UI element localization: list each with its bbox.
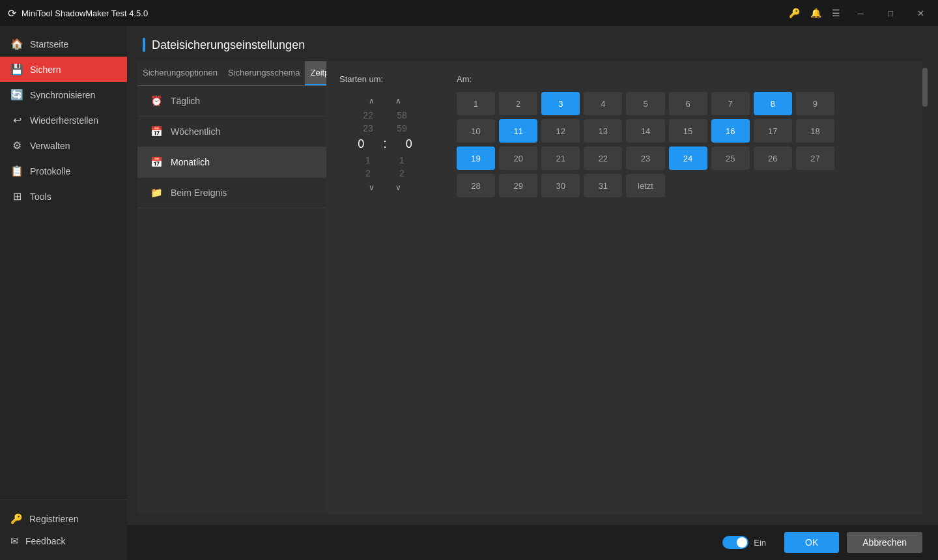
day-button-13[interactable]: 13 [584,119,622,143]
day-button-6[interactable]: 6 [669,92,707,115]
minutes-up-button[interactable]: ∧ [390,94,406,107]
minutes-below2-dim: 2 [390,168,414,178]
day-button-12[interactable]: 12 [541,119,580,143]
minutes-above2-dim: 59 [390,123,414,133]
bell-icon[interactable]: 🔔 [810,8,821,18]
day-button-29[interactable]: 29 [499,174,537,197]
schedule-type-ereignis[interactable]: 📁 Beim Ereignis [137,178,326,208]
schedule-type-monatlich[interactable]: 📅 Monatlich [137,147,326,178]
minutes-current[interactable]: 0 [397,137,421,151]
day-button-17[interactable]: 17 [754,119,792,143]
hours-above2-dim: 23 [356,123,380,133]
day-button-5[interactable]: 5 [626,92,664,115]
day-button-3[interactable]: 3 [541,92,580,115]
titlebar: ⟳ MiniTool ShadowMaker Test 4.5.0 🔑 🔔 ☰ … [0,0,938,26]
sidebar-item-verwalten[interactable]: ⚙ Verwalten [0,133,127,158]
day-button-11[interactable]: 11 [499,119,537,143]
day-button-26[interactable]: 26 [754,147,792,170]
hours-down-button[interactable]: ∨ [363,181,380,194]
dim-below-row: 1 1 [356,155,414,165]
day-button-22[interactable]: 22 [584,147,622,170]
minimize-button[interactable]: ─ [851,3,870,23]
day-button-20[interactable]: 20 [499,147,537,170]
sidebar-item-synchronisieren[interactable]: 🔄 Synchronisieren [0,82,127,107]
start-time-label: Starten um: [339,74,431,84]
hours-current[interactable]: 0 [349,137,373,151]
sidebar-item-sichern[interactable]: 💾 Sichern [0,57,127,82]
sidebar-label-verwalten: Verwalten [30,141,70,151]
day-button-8[interactable]: 8 [754,92,792,115]
menu-icon[interactable]: ☰ [832,8,840,18]
enable-toggle[interactable] [722,536,748,549]
main-layout: 🏠 Startseite 💾 Sichern 🔄 Synchronisieren… [0,26,938,560]
schedule-types-panel: Sicherungsoptionen Sicherungsschema Zeit… [137,61,326,514]
sidebar-item-startseite[interactable]: 🏠 Startseite [0,31,127,57]
calendar-month-icon: 📅 [150,156,163,168]
key-icon[interactable]: 🔑 [789,8,800,18]
close-button[interactable]: ✕ [911,3,930,23]
day-button-15[interactable]: 15 [669,119,707,143]
day-button-9[interactable]: 9 [796,92,834,115]
tab-sicherungsoptionen[interactable]: Sicherungsoptionen [137,61,223,85]
arrow-down-row: ∨ ∨ [363,181,406,194]
day-button-30[interactable]: 30 [541,174,580,197]
day-button-23[interactable]: 23 [626,147,664,170]
toggle-knob [737,537,747,548]
settings-panel: Sicherungsoptionen Sicherungsschema Zeit… [137,61,928,514]
tab-sicherungsschema[interactable]: Sicherungsschema [223,61,306,85]
ok-button[interactable]: OK [784,532,839,553]
sidebar-item-tools[interactable]: ⊞ Tools [0,184,127,209]
key-icon: 🔑 [10,513,23,525]
sidebar-label-tools: Tools [30,191,51,202]
sidebar-item-registrieren[interactable]: 🔑 Registrieren [0,508,127,530]
day-button-24[interactable]: 24 [669,147,707,170]
minutes-down-button[interactable]: ∨ [390,181,406,194]
sidebar-label-wiederherstellen: Wiederherstellen [30,115,98,126]
day-button-16[interactable]: 16 [711,119,750,143]
day-button-letzt[interactable]: letzt [626,174,664,197]
time-colon: : [383,136,387,152]
app-title: MiniTool ShadowMaker Test 4.5.0 [21,8,148,18]
hours-up-button[interactable]: ∧ [363,94,380,107]
day-button-18[interactable]: 18 [796,119,834,143]
day-button-31[interactable]: 31 [584,174,622,197]
day-button-7[interactable]: 7 [711,92,750,115]
schedule-type-taeglich[interactable]: ⏰ Täglich [137,86,326,117]
hours-below2-dim: 2 [356,168,380,178]
sidebar: 🏠 Startseite 💾 Sichern 🔄 Synchronisieren… [0,26,127,560]
day-button-27[interactable]: 27 [796,147,834,170]
log-icon: 📋 [10,165,23,177]
titlebar-controls: 🔑 🔔 ☰ ─ □ ✕ [789,3,930,23]
day-button-1[interactable]: 1 [457,92,495,115]
scrollbar[interactable] [922,61,928,514]
sidebar-item-protokolle[interactable]: 📋 Protokolle [0,158,127,184]
arrow-up-row: ∧ ∧ [363,94,406,107]
sidebar-label-protokolle: Protokolle [30,166,70,176]
day-grid: 1234567891011121314151617181920212223242… [457,92,834,197]
toggle-label: Ein [754,538,766,548]
sidebar-item-feedback[interactable]: ✉ Feedback [0,530,127,552]
day-button-25[interactable]: 25 [711,147,750,170]
scrollbar-thumb[interactable] [922,68,928,107]
day-button-21[interactable]: 21 [541,147,580,170]
app-logo: ⟳ MiniTool ShadowMaker Test 4.5.0 [8,7,148,20]
title-accent [143,38,145,52]
day-button-28[interactable]: 28 [457,174,495,197]
day-button-2[interactable]: 2 [499,92,537,115]
schedule-type-woechentlich[interactable]: 📅 Wöchentlich [137,117,326,147]
schedule-content: Starten um: ∧ ∧ 22 58 [326,61,928,514]
schedule-label-ereignis: Beim Ereignis [171,188,227,198]
backup-icon: 💾 [10,63,23,76]
sidebar-label-registrieren: Registrieren [29,514,78,524]
restore-icon: ↩ [10,114,23,126]
hours-below-dim: 1 [356,155,380,165]
day-button-14[interactable]: 14 [626,119,664,143]
cancel-button[interactable]: Abbrechen [847,532,922,553]
schedule-settings-panel: Starten um: ∧ ∧ 22 58 [326,61,928,514]
sidebar-item-wiederherstellen[interactable]: ↩ Wiederherstellen [0,107,127,133]
day-button-4[interactable]: 4 [584,92,622,115]
day-button-19[interactable]: 19 [457,147,495,170]
sidebar-label-synchronisieren: Synchronisieren [30,90,95,100]
day-button-10[interactable]: 10 [457,119,495,143]
maximize-button[interactable]: □ [881,3,900,23]
